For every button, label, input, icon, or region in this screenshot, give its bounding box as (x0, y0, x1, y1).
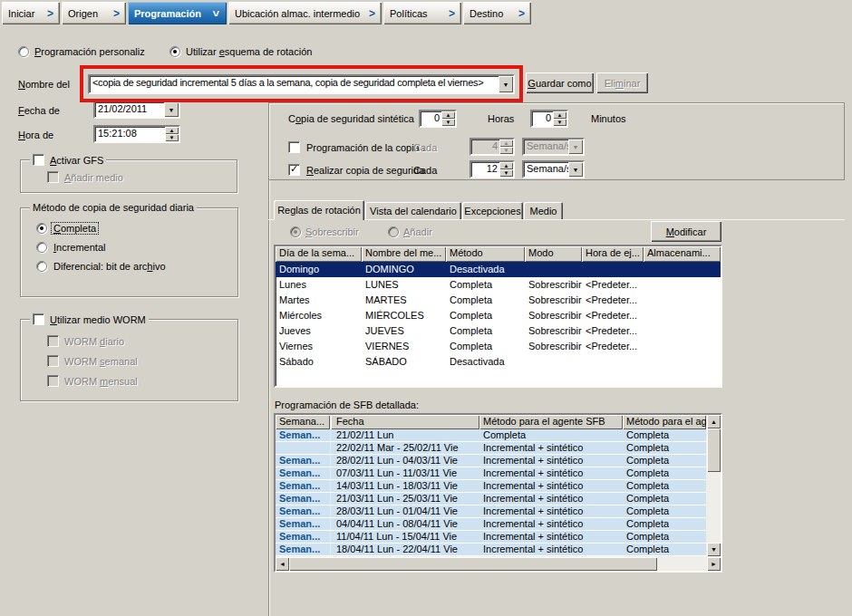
delete-button[interactable]: Eliminar (596, 72, 648, 93)
radio-incremental[interactable] (36, 242, 47, 253)
table-header-cell[interactable]: Hora de ej... (582, 246, 644, 262)
tab-excepciones[interactable]: Excepciones (462, 202, 523, 219)
tab-ubicacion-almac-intermedio[interactable]: Ubicación almac. intermedio > (228, 2, 382, 24)
start-date-picker[interactable]: 21/02/2011 ▼ (93, 101, 180, 119)
radio-programacion-personalizada[interactable] (18, 46, 29, 57)
tab-label: Origen (68, 8, 98, 19)
dropdown-button[interactable]: ▼ (568, 140, 583, 154)
spin-up-button[interactable]: ▲ (441, 111, 455, 119)
scheme-name-combobox[interactable]: <copia de seguridad incremental 5 días a… (88, 74, 515, 94)
dropdown-button[interactable]: ▼ (499, 76, 513, 92)
scroll-up-button[interactable]: ▲ (707, 415, 721, 428)
spin-down-button[interactable]: ▼ (553, 119, 566, 126)
worm-checkbox[interactable] (33, 313, 44, 325)
table-cell (644, 339, 721, 354)
table-row[interactable]: Viernes VIERNES Completa Sobrescribir <P… (276, 339, 721, 354)
table-row[interactable]: 22/02/11 Mar - 25/02/11 Vie Incremental … (276, 442, 721, 455)
table-row[interactable]: Seman... 04/04/11 Lun - 08/04/11 Vie Inc… (276, 518, 721, 531)
dropdown-button[interactable]: ▼ (568, 162, 583, 177)
table-cell: 04/04/11 Lun - 08/04/11 Vie (331, 518, 479, 530)
worm-mensual-checkbox[interactable] (47, 375, 59, 387)
copy-unit-select[interactable]: Semana/s ▼ (522, 138, 585, 156)
tab-label: Vista del calendario (370, 206, 457, 217)
spin-up-button[interactable]: ▲ (499, 140, 513, 147)
horizontal-scrollbar-thumb[interactable] (289, 557, 657, 571)
radio-utilizar-esquema-rotacion[interactable] (169, 46, 180, 57)
spin-down-button[interactable]: ▼ (441, 119, 455, 126)
full-unit-select[interactable]: Semana/s ▼ (522, 160, 585, 178)
table-row[interactable]: Miércoles MIÉRCOLES Completa Sobrescribi… (276, 308, 721, 323)
table-row[interactable]: Domingo DOMINGO Desactivada (276, 262, 721, 277)
spin-down-button[interactable]: ▼ (165, 134, 179, 141)
table-cell: Sobrescribir (525, 277, 582, 293)
table-header-cell[interactable]: Semana... (276, 415, 331, 429)
tab-programacion[interactable]: Programación > (128, 2, 227, 24)
table-header-cell[interactable]: Fecha (331, 415, 479, 429)
table-cell (582, 354, 644, 370)
table-cell: SÁBADO (362, 354, 446, 370)
table-header-cell[interactable]: Nombre del me... (362, 246, 446, 262)
radio-diferencial[interactable] (36, 261, 47, 272)
copy-interval-spinner[interactable]: 4 ▲ ▼ (470, 138, 515, 156)
spin-up-button[interactable]: ▲ (499, 162, 513, 169)
table-row[interactable]: Seman... 07/03/11 Lun - 11/03/11 Vie Inc… (276, 467, 721, 480)
scroll-left-button[interactable]: ◄ (276, 557, 289, 571)
tab-politicas[interactable]: Políticas > (383, 2, 461, 24)
scroll-right-button[interactable]: ► (707, 557, 721, 571)
table-row[interactable]: Seman... 28/03/11 Lun - 01/04/11 Vie Inc… (276, 505, 721, 518)
save-as-button[interactable]: Guardar como (526, 72, 594, 93)
table-row[interactable]: Seman... 28/02/11 Lun - 04/03/11 Vie Inc… (276, 455, 721, 467)
table-row[interactable]: Sábado SÁBADO Desactivada (276, 354, 721, 370)
table-cell: Seman... (276, 505, 331, 517)
radio-anadir[interactable] (388, 226, 399, 237)
radio-completa[interactable] (36, 223, 47, 234)
tab-medio[interactable]: Medio (524, 202, 563, 219)
table-header-cell[interactable]: Día de la sema... (276, 246, 362, 262)
tab-iniciar[interactable]: Iniciar > (2, 2, 60, 24)
anadir-medio-checkbox[interactable] (47, 171, 59, 183)
table-header-cell[interactable]: Método (446, 246, 525, 262)
tab-vista-calendario[interactable]: Vista del calendario (365, 202, 461, 219)
table-header-cell[interactable]: Modo (525, 246, 582, 262)
spin-up-button[interactable]: ▲ (553, 111, 566, 119)
table-header-cell[interactable]: Método para el agente SFB (479, 415, 623, 429)
table-row[interactable]: Martes MARTES Completa Sobrescribir <Pre… (276, 293, 721, 308)
table-row[interactable]: Seman... 21/02/11 Lun Completa Completa (276, 429, 721, 442)
tab-reglas-rotacion[interactable]: Reglas de rotación (274, 200, 364, 220)
table-cell: Incremental + sintético (479, 467, 623, 479)
modify-button[interactable]: Modificar (651, 221, 721, 242)
table-row[interactable]: Lunes LUNES Completa Sobrescribir <Prede… (276, 277, 721, 293)
copy-schedule-checkbox[interactable] (288, 141, 300, 153)
spin-down-button[interactable]: ▼ (499, 169, 513, 177)
synthetic-minutes-spinner[interactable]: 0 ▲ ▼ (530, 110, 568, 128)
start-time-spinner[interactable]: 15:21:08 ▲ ▼ (93, 125, 180, 143)
table-row[interactable]: Seman... 18/04/11 Lun - 22/04/11 Vie Inc… (276, 544, 721, 556)
full-interval-spinner[interactable]: 12 ▲ ▼ (470, 160, 515, 178)
synthetic-hours-spinner[interactable]: 0 ▲ ▼ (419, 110, 457, 128)
table-cell: 22/02/11 Mar - 25/02/11 Vie (331, 442, 479, 454)
checkbox-label: Programación de la copia ı (306, 142, 425, 153)
scroll-down-button[interactable]: ▼ (707, 543, 721, 556)
activar-gfs-checkbox[interactable] (33, 154, 44, 166)
table-cell: Incremental + sintético (479, 493, 623, 505)
worm-semanal-checkbox[interactable] (47, 355, 59, 367)
table-cell: 21/02/11 Lun (331, 429, 479, 441)
table-row[interactable]: Seman... 14/03/11 Lun - 18/03/11 Vie Inc… (276, 480, 721, 493)
table-header-cell[interactable]: Almacenami... (644, 246, 721, 262)
table-row[interactable]: Jueves JUEVES Completa Sobrescribir <Pre… (276, 323, 721, 339)
table-row[interactable]: Seman... 21/03/11 Lun - 25/03/11 Vie Inc… (276, 493, 721, 505)
table-header-cell[interactable]: Método para el ag (623, 415, 706, 429)
unit-value: Semana/s (524, 162, 568, 177)
tab-label: Programación (134, 8, 201, 19)
full-backup-checkbox[interactable]: ✓ (288, 164, 300, 176)
tab-origen[interactable]: Origen > (62, 2, 126, 24)
worm-diario-checkbox[interactable] (47, 335, 59, 347)
vertical-scrollbar-thumb[interactable] (707, 428, 721, 472)
radio-sobrescribir[interactable] (290, 226, 301, 237)
table-cell: Completa (623, 467, 706, 479)
tab-destino[interactable]: Destino > (463, 2, 531, 24)
dropdown-button[interactable]: ▼ (164, 102, 179, 117)
table-row[interactable]: Seman... 11/04/11 Lun - 15/04/11 Vie Inc… (276, 531, 721, 544)
spin-up-button[interactable]: ▲ (165, 127, 179, 134)
spin-down-button[interactable]: ▼ (499, 147, 513, 154)
